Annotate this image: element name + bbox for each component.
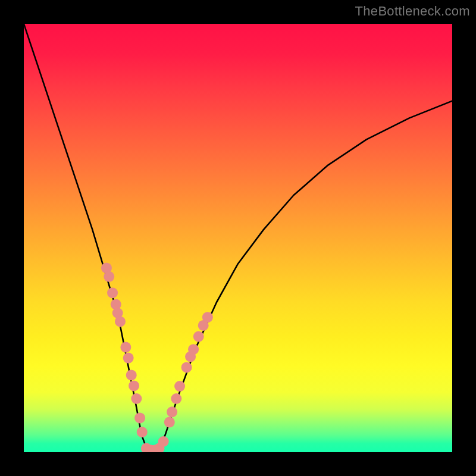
highlight-point — [123, 353, 134, 364]
chart-frame: TheBottleneck.com — [0, 0, 476, 476]
highlight-point — [181, 362, 192, 372]
highlight-point — [193, 331, 204, 342]
highlight-point — [202, 312, 213, 322]
highlight-point — [126, 369, 137, 380]
highlight-point — [104, 271, 114, 282]
highlight-point — [171, 393, 181, 404]
highlight-point — [188, 344, 199, 355]
highlight-point — [107, 287, 118, 298]
highlight-point — [174, 381, 185, 392]
curve-overlay — [24, 24, 452, 452]
highlight-point — [158, 436, 169, 447]
bottleneck-curve — [24, 24, 452, 452]
highlight-point — [115, 316, 126, 327]
watermark-text: TheBottleneck.com — [355, 4, 470, 19]
plot-area — [24, 24, 452, 452]
highlight-point — [131, 393, 142, 404]
highlight-point — [167, 406, 177, 417]
highlight-point — [134, 412, 145, 423]
highlight-point — [129, 380, 139, 391]
highlight-point — [120, 342, 131, 353]
highlight-point — [164, 417, 175, 428]
highlight-points-group — [101, 262, 213, 452]
highlight-point — [137, 427, 148, 437]
